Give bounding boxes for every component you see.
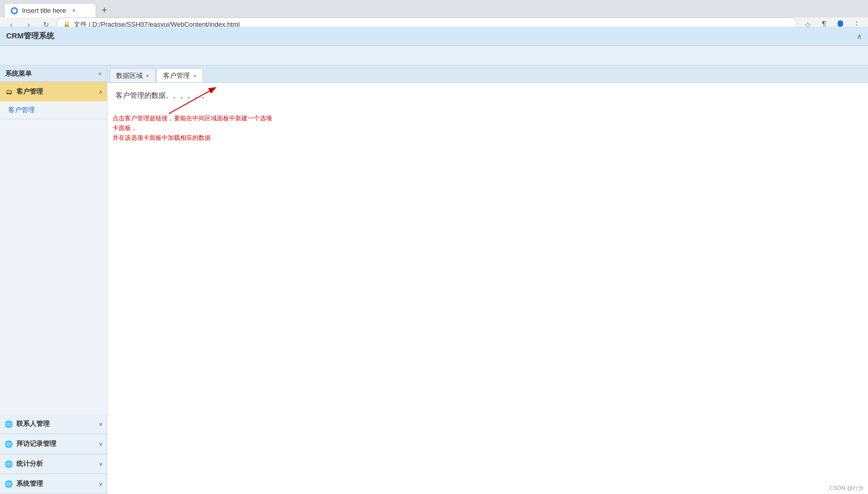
annotation-line1: 点击客户管理超链接，要能在中间区域面板中新建一个选项卡面板，	[113, 115, 272, 132]
sysadmin-section-toggle[interactable]: ∨	[99, 481, 103, 487]
annotation-block: 点击客户管理超链接，要能在中间区域面板中新建一个选项卡面板， 并在该选项卡面板中…	[113, 114, 276, 143]
sidebar-section-visit: 🌐 拜访记录管理 ∨	[0, 434, 107, 454]
tab-bar: Insert title here × +	[0, 0, 868, 17]
tab-customer-mgmt-label: 客户管理	[163, 71, 190, 80]
tab-data-area-close[interactable]: ×	[146, 73, 149, 79]
stats-section-title: 统计分析	[16, 459, 96, 468]
customer-link[interactable]: 客户管理	[8, 105, 35, 115]
annotation-text: 点击客户管理超链接，要能在中间区域面板中新建一个选项卡面板， 并在该选项卡面板中…	[113, 114, 276, 143]
sidebar-section-stats: 🌐 统计分析 ∨	[0, 454, 107, 474]
annotation-arrow	[164, 85, 225, 116]
sidebar-section-contact: 🌐 联系人管理 ∨	[0, 414, 107, 434]
sysadmin-section-icon: 🌐	[4, 479, 13, 488]
contact-section-toggle[interactable]: ∨	[99, 421, 103, 427]
app-container: CRM管理系统 ∧ 系统菜单 « 🗂 客户管理 ∧ 客户管理	[0, 27, 868, 494]
contact-section-title: 联系人管理	[16, 419, 96, 428]
tab-customer-mgmt[interactable]: 客户管理 ×	[157, 68, 203, 82]
app-title: CRM管理系统	[6, 31, 54, 41]
content-tab-bar: 数据区域 × 客户管理 ×	[107, 66, 868, 83]
annotation-line2: 并在该选项卡面板中加载相应的数据	[113, 134, 211, 141]
sidebar-spacer	[0, 119, 107, 414]
sidebar-section-header-stats[interactable]: 🌐 统计分析 ∨	[0, 454, 107, 474]
stats-section-icon: 🌐	[4, 459, 13, 468]
sidebar-collapse-button[interactable]: «	[98, 70, 102, 77]
tab-data-area[interactable]: 数据区域 ×	[109, 68, 155, 82]
content-area: 数据区域 × 客户管理 × 客户管理的数据。。。。。。	[107, 66, 868, 494]
sidebar-title: 系统菜单	[5, 69, 32, 78]
app-header: CRM管理系统 ∧	[0, 27, 868, 46]
app-subheader	[0, 46, 868, 66]
sidebar-item-customer[interactable]: 客户管理	[0, 101, 107, 119]
sidebar-section-sysadmin: 🌐 系统管理 ∨	[0, 474, 107, 494]
customer-section-icon: 🗂	[4, 87, 13, 96]
visit-section-toggle[interactable]: ∨	[99, 441, 103, 447]
browser-tab-title: Insert title here	[22, 7, 66, 14]
sidebar-header: 系统菜单 «	[0, 66, 107, 82]
content-main-text: 客户管理的数据。。。。。。	[116, 91, 860, 100]
contact-section-icon: 🌐	[4, 419, 13, 428]
customer-section-title: 客户管理	[16, 87, 96, 96]
sysadmin-section-title: 系统管理	[16, 479, 96, 488]
sidebar: 系统菜单 « 🗂 客户管理 ∧ 客户管理 🌐 联系人	[0, 66, 107, 494]
sidebar-section-header-contact[interactable]: 🌐 联系人管理 ∨	[0, 414, 107, 434]
tab-customer-mgmt-close[interactable]: ×	[193, 73, 196, 79]
sidebar-section-header-customer[interactable]: 🗂 客户管理 ∧	[0, 82, 107, 101]
sidebar-section-header-sysadmin[interactable]: 🌐 系统管理 ∨	[0, 474, 107, 493]
browser-chrome: Insert title here × + ‹ › ↻ 🔒 文件 | D:/Pr…	[0, 0, 868, 27]
favicon-icon	[11, 7, 18, 14]
svg-line-1	[169, 88, 215, 114]
sidebar-section-customer: 🗂 客户管理 ∧ 客户管理	[0, 82, 107, 119]
stats-section-toggle[interactable]: ∨	[99, 461, 103, 467]
browser-tab[interactable]: Insert title here ×	[4, 3, 96, 17]
app-main: 系统菜单 « 🗂 客户管理 ∧ 客户管理 🌐 联系人	[0, 66, 868, 494]
watermark: CSDN @行步	[830, 484, 864, 492]
visit-section-title: 拜访记录管理	[16, 439, 96, 448]
header-collapse-button[interactable]: ∧	[857, 32, 862, 40]
tab-data-area-label: 数据区域	[116, 71, 143, 80]
tab-content-area: 客户管理的数据。。。。。。 点击客户管理超链接，要能在中间区域面板中新建一个选	[107, 83, 868, 494]
visit-section-icon: 🌐	[4, 439, 13, 448]
sidebar-section-header-visit[interactable]: 🌐 拜访记录管理 ∨	[0, 434, 107, 454]
new-tab-button[interactable]: +	[97, 3, 112, 17]
customer-section-toggle[interactable]: ∧	[99, 89, 103, 95]
browser-tab-close[interactable]: ×	[72, 7, 76, 14]
